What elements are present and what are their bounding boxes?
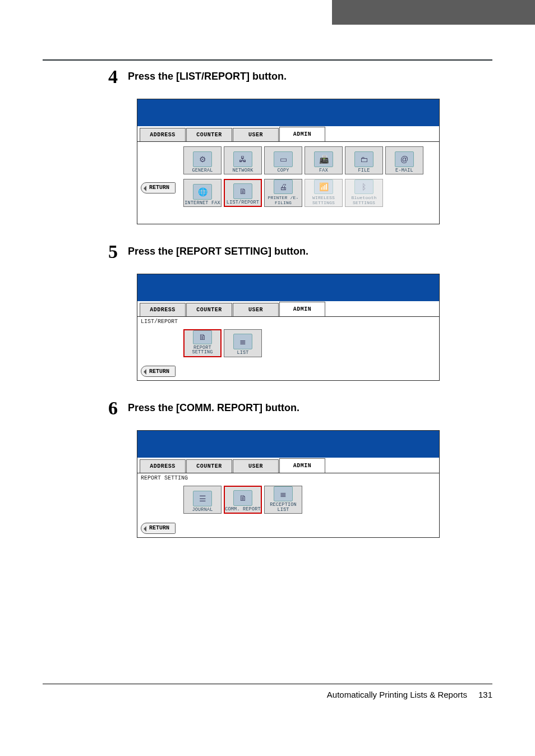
journal-button[interactable]: ☰JOURNAL xyxy=(183,486,222,514)
fax-button[interactable]: 📠FAX xyxy=(305,146,343,174)
printer-efiling-label: PRINTER /E-FILING xyxy=(265,195,302,205)
network-icon: 🖧 xyxy=(233,151,252,167)
reception-list-button[interactable]: ≣RECEPTION LIST xyxy=(264,486,302,514)
report-setting-button[interactable]: 🗎REPORT SETTING xyxy=(183,329,222,357)
return-button[interactable]: RETURN xyxy=(141,366,176,377)
tab-user[interactable]: USER xyxy=(233,128,279,141)
header-dark-block xyxy=(332,0,535,25)
wireless-settings-button[interactable]: 📶WIRELESS SETTINGS xyxy=(305,179,343,207)
listreport-row-1: 🗎REPORT SETTING ≣LIST xyxy=(137,325,439,362)
comm-report-button[interactable]: 🗎COMM. REPORT xyxy=(224,486,262,514)
report-setting-icon: 🗎 xyxy=(193,330,212,344)
return-row: RETURN xyxy=(141,181,183,193)
tab-counter[interactable]: COUNTER xyxy=(186,303,232,316)
file-button[interactable]: 🗀FILE xyxy=(345,146,383,174)
top-rule xyxy=(43,59,492,61)
listreport-grid: 🗎REPORT SETTING ≣LIST xyxy=(137,325,439,362)
reception-list-icon: ≣ xyxy=(274,486,293,501)
general-label: GENERAL xyxy=(192,168,213,173)
step-text-4: Press the [LIST/REPORT] button. xyxy=(128,71,287,82)
admin-grid: ⚙GENERAL 🖧NETWORK ▭COPY 📠FAX 🗀FILE @E-MA… xyxy=(137,142,439,211)
email-label: E-MAIL xyxy=(395,168,413,173)
report-setting-label: REPORT SETTING xyxy=(185,345,220,355)
network-button[interactable]: 🖧NETWORK xyxy=(224,146,262,174)
return-row: RETURN xyxy=(137,362,439,381)
reportsetting-grid: ☰JOURNAL 🗎COMM. REPORT ≣RECEPTION LIST xyxy=(137,481,439,518)
printer-efiling-button[interactable]: 🖨PRINTER /E-FILING xyxy=(264,179,302,207)
tab-address[interactable]: ADDRESS xyxy=(140,128,186,141)
email-icon: @ xyxy=(395,151,414,167)
reportsetting-row-1: ☰JOURNAL 🗎COMM. REPORT ≣RECEPTION LIST xyxy=(137,481,439,518)
bluetooth-settings-label: Bluetooth SETTINGS xyxy=(345,195,382,205)
bluetooth-icon: ᛒ xyxy=(354,179,373,194)
step-6: 6 Press the [COMM. REPORT] button. xyxy=(103,399,492,418)
return-row: RETURN xyxy=(137,518,439,537)
tab-admin[interactable]: ADMIN xyxy=(279,458,325,473)
wireless-icon: 📶 xyxy=(314,179,333,194)
page: 4 Press the [LIST/REPORT] button. ADDRES… xyxy=(0,59,535,722)
tab-address[interactable]: ADDRESS xyxy=(140,303,186,316)
tab-user[interactable]: USER xyxy=(233,459,279,473)
internet-fax-label: INTERNET FAX xyxy=(185,201,220,206)
screenshot-panel-6: ADDRESS COUNTER USER ADMIN REPORT SETTIN… xyxy=(137,430,440,538)
list-icon: ≣ xyxy=(233,334,252,349)
internet-fax-icon: 🌐 xyxy=(193,184,212,200)
general-button[interactable]: ⚙GENERAL xyxy=(183,146,222,174)
list-report-label: LIST/REPORT xyxy=(227,200,259,205)
tabs-row: ADDRESS COUNTER USER ADMIN xyxy=(137,301,439,317)
footer-title: Automatically Printing Lists & Reports xyxy=(327,690,467,699)
return-button[interactable]: RETURN xyxy=(141,182,176,193)
step-number-6: 6 xyxy=(103,399,118,418)
general-icon: ⚙ xyxy=(193,151,212,167)
journal-label: JOURNAL xyxy=(192,508,213,513)
tab-admin[interactable]: ADMIN xyxy=(279,302,325,316)
reception-list-label: RECEPTION LIST xyxy=(265,503,302,512)
breadcrumb: LIST/REPORT xyxy=(137,317,439,325)
tab-counter[interactable]: COUNTER xyxy=(186,459,232,473)
printer-icon: 🖨 xyxy=(274,179,293,194)
wireless-settings-label: WIRELESS SETTINGS xyxy=(305,195,342,205)
tabs-row: ADDRESS COUNTER USER ADMIN xyxy=(137,126,439,142)
comm-report-label: COMM. REPORT xyxy=(225,507,261,512)
fax-label: FAX xyxy=(319,168,328,173)
copy-label: COPY xyxy=(277,168,289,173)
file-icon: 🗀 xyxy=(354,151,373,167)
list-report-button[interactable]: 🗎LIST/REPORT xyxy=(224,179,262,207)
list-report-icon: 🗎 xyxy=(233,183,252,199)
tab-address[interactable]: ADDRESS xyxy=(140,459,186,473)
screenshot-panel-4: ADDRESS COUNTER USER ADMIN ⚙GENERAL 🖧NET… xyxy=(137,99,440,224)
header-bar xyxy=(0,0,535,25)
bluetooth-settings-button[interactable]: ᛒBluetooth SETTINGS xyxy=(345,179,383,207)
list-label: LIST xyxy=(237,351,248,356)
screenshot-panel-5: ADDRESS COUNTER USER ADMIN LIST/REPORT 🗎… xyxy=(137,274,440,381)
panel-banner xyxy=(137,431,439,458)
footer-page-number: 131 xyxy=(478,690,492,699)
internet-fax-button[interactable]: 🌐INTERNET FAX xyxy=(183,179,222,207)
step-text-6: Press the [COMM. REPORT] button. xyxy=(128,402,299,414)
network-label: NETWORK xyxy=(232,168,253,173)
tab-admin[interactable]: ADMIN xyxy=(279,127,325,141)
tabs-row: ADDRESS COUNTER USER ADMIN xyxy=(137,458,439,473)
tab-user[interactable]: USER xyxy=(233,303,279,316)
page-footer: Automatically Printing Lists & Reports 1… xyxy=(43,684,492,699)
return-button[interactable]: RETURN xyxy=(141,523,176,534)
file-label: FILE xyxy=(358,168,370,173)
journal-icon: ☰ xyxy=(193,491,212,506)
comm-report-icon: 🗎 xyxy=(233,490,252,506)
list-button[interactable]: ≣LIST xyxy=(224,329,262,357)
step-number-5: 5 xyxy=(103,242,118,261)
step-number-4: 4 xyxy=(103,67,118,86)
breadcrumb: REPORT SETTING xyxy=(137,473,439,481)
tab-counter[interactable]: COUNTER xyxy=(186,128,232,141)
copy-icon: ▭ xyxy=(274,151,293,167)
admin-row-1: ⚙GENERAL 🖧NETWORK ▭COPY 📠FAX 🗀FILE @E-MA… xyxy=(137,142,439,177)
panel-banner xyxy=(137,274,439,301)
fax-icon: 📠 xyxy=(314,151,333,167)
panel-banner xyxy=(137,99,439,126)
step-text-5: Press the [REPORT SETTING] button. xyxy=(128,246,308,257)
copy-button[interactable]: ▭COPY xyxy=(264,146,302,174)
email-button[interactable]: @E-MAIL xyxy=(385,146,423,174)
step-5: 5 Press the [REPORT SETTING] button. xyxy=(103,242,492,261)
step-4: 4 Press the [LIST/REPORT] button. xyxy=(103,67,492,86)
